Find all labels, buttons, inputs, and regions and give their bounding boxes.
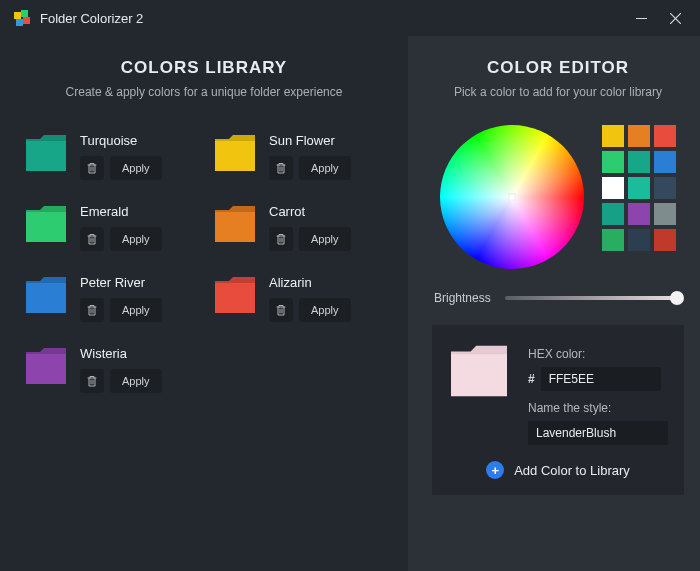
delete-color-button[interactable] xyxy=(80,227,104,251)
swatch-palette xyxy=(602,125,676,251)
swatch[interactable] xyxy=(628,229,650,251)
folder-preview-icon xyxy=(448,343,510,399)
library-item-name: Wisteria xyxy=(80,346,162,361)
apply-color-button[interactable]: Apply xyxy=(299,156,351,180)
titlebar: Folder Colorizer 2 xyxy=(0,0,700,36)
library-subtitle: Create & apply colors for a unique folde… xyxy=(24,85,384,99)
editor-heading: COLOR EDITOR xyxy=(432,58,684,78)
delete-color-button[interactable] xyxy=(80,298,104,322)
minimize-button[interactable] xyxy=(624,4,658,32)
editor-subtitle: Pick a color to add for your color libra… xyxy=(432,85,684,99)
apply-color-button[interactable]: Apply xyxy=(110,298,162,322)
folder-icon xyxy=(24,346,68,386)
library-item-name: Alizarin xyxy=(269,275,351,290)
apply-color-button[interactable]: Apply xyxy=(299,227,351,251)
hash-icon: # xyxy=(528,372,535,386)
svg-rect-0 xyxy=(14,12,21,19)
svg-rect-2 xyxy=(16,19,23,26)
add-color-button[interactable]: + Add Color to Library xyxy=(448,461,668,479)
apply-color-button[interactable]: Apply xyxy=(110,369,162,393)
svg-rect-1 xyxy=(21,10,28,17)
library-item: Carrot Apply xyxy=(213,204,384,251)
trash-icon xyxy=(86,304,98,316)
swatch[interactable] xyxy=(654,177,676,199)
library-item: Peter River Apply xyxy=(24,275,195,322)
swatch[interactable] xyxy=(654,203,676,225)
app-title: Folder Colorizer 2 xyxy=(40,11,143,26)
apply-color-button[interactable]: Apply xyxy=(299,298,351,322)
folder-icon xyxy=(213,204,257,244)
trash-icon xyxy=(86,233,98,245)
delete-color-button[interactable] xyxy=(269,156,293,180)
folder-icon xyxy=(24,204,68,244)
trash-icon xyxy=(275,162,287,174)
swatch[interactable] xyxy=(602,229,624,251)
delete-color-button[interactable] xyxy=(80,369,104,393)
swatch[interactable] xyxy=(628,203,650,225)
folder-icon xyxy=(213,133,257,173)
delete-color-button[interactable] xyxy=(269,227,293,251)
trash-icon xyxy=(275,304,287,316)
close-button[interactable] xyxy=(658,4,692,32)
brightness-slider[interactable] xyxy=(505,296,682,300)
trash-icon xyxy=(275,233,287,245)
style-name-label: Name the style: xyxy=(528,401,668,415)
trash-icon xyxy=(86,375,98,387)
swatch[interactable] xyxy=(654,229,676,251)
swatch[interactable] xyxy=(628,125,650,147)
colors-library-panel: COLORS LIBRARY Create & apply colors for… xyxy=(0,36,408,571)
delete-color-button[interactable] xyxy=(80,156,104,180)
library-item-name: Emerald xyxy=(80,204,162,219)
swatch[interactable] xyxy=(602,151,624,173)
folder-icon xyxy=(24,133,68,173)
plus-icon: + xyxy=(486,461,504,479)
library-item: Sun Flower Apply xyxy=(213,133,384,180)
library-item: Wisteria Apply xyxy=(24,346,195,393)
library-heading: COLORS LIBRARY xyxy=(24,58,384,78)
library-item-name: Sun Flower xyxy=(269,133,351,148)
hex-input[interactable] xyxy=(541,367,661,391)
swatch[interactable] xyxy=(654,125,676,147)
library-item-name: Carrot xyxy=(269,204,351,219)
library-item: Emerald Apply xyxy=(24,204,195,251)
color-preview-box: HEX color: # Name the style: + Add Color… xyxy=(432,325,684,495)
apply-color-button[interactable]: Apply xyxy=(110,156,162,180)
library-item: Turquoise Apply xyxy=(24,133,195,180)
svg-rect-3 xyxy=(23,17,30,24)
swatch[interactable] xyxy=(628,177,650,199)
swatch[interactable] xyxy=(602,125,624,147)
swatch[interactable] xyxy=(628,151,650,173)
color-wheel-picker-icon[interactable] xyxy=(508,193,516,201)
brightness-label: Brightness xyxy=(434,291,491,305)
library-item-name: Turquoise xyxy=(80,133,162,148)
apply-color-button[interactable]: Apply xyxy=(110,227,162,251)
library-item-name: Peter River xyxy=(80,275,162,290)
color-wheel[interactable] xyxy=(440,125,584,269)
trash-icon xyxy=(86,162,98,174)
folder-icon xyxy=(213,275,257,315)
delete-color-button[interactable] xyxy=(269,298,293,322)
style-name-input[interactable] xyxy=(528,421,668,445)
app-logo-icon xyxy=(14,10,30,26)
library-item: Alizarin Apply xyxy=(213,275,384,322)
color-editor-panel: COLOR EDITOR Pick a color to add for you… xyxy=(408,36,700,571)
folder-icon xyxy=(24,275,68,315)
swatch[interactable] xyxy=(602,203,624,225)
swatch[interactable] xyxy=(654,151,676,173)
swatch[interactable] xyxy=(602,177,624,199)
brightness-thumb[interactable] xyxy=(670,291,684,305)
hex-label: HEX color: xyxy=(528,347,668,361)
add-color-label: Add Color to Library xyxy=(514,463,630,478)
